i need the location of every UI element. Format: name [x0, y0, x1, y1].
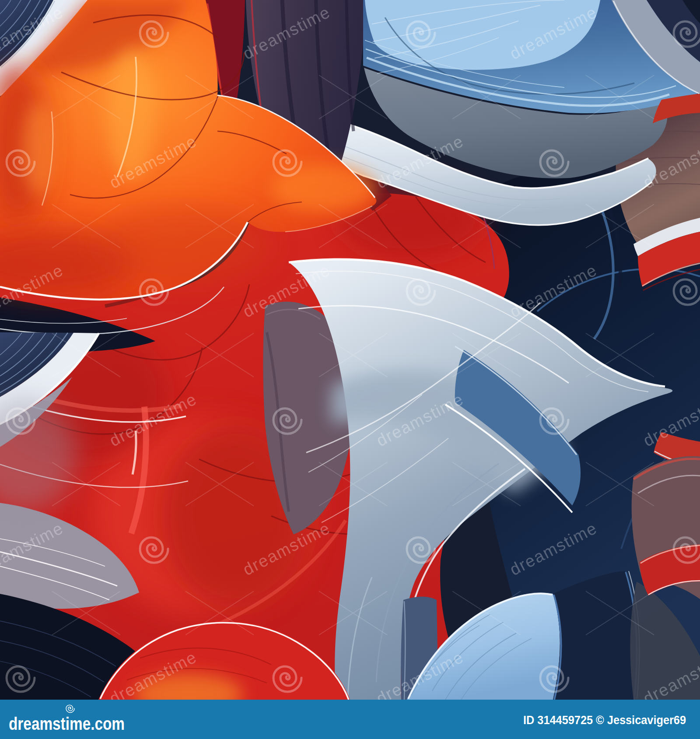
svg-text:dreamstime.com: dreamstime.com — [9, 714, 125, 733]
svg-text:ID 314459725 © Jessicaviger69: ID 314459725 © Jessicaviger69 — [523, 713, 686, 727]
